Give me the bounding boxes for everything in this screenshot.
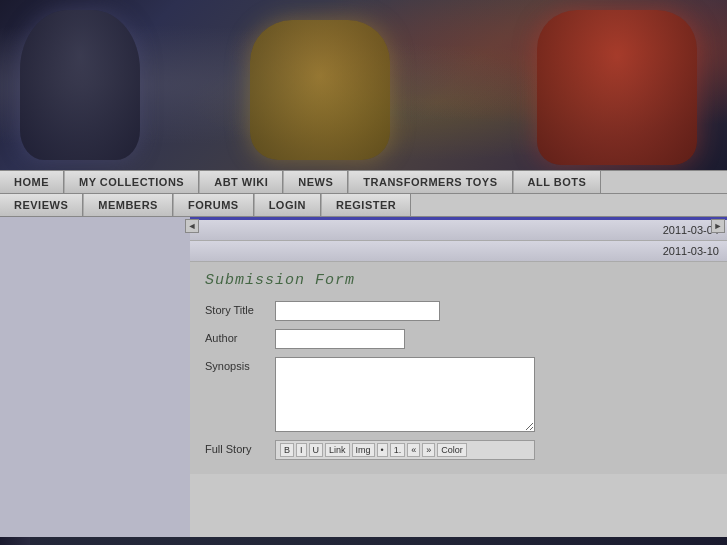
nav-members[interactable]: MEMBERS (83, 194, 173, 216)
toolbar-btn-ordered[interactable]: 1. (390, 443, 406, 457)
content-panel: 2011-03-04 2011-03-10 Submission Form St… (190, 217, 727, 537)
synopsis-label: Synopsis (205, 357, 275, 372)
toolbar-btn-left-quote[interactable]: « (407, 443, 420, 457)
date-row-1[interactable]: 2011-03-04 (190, 217, 727, 241)
story-title-label: Story Title (205, 301, 275, 316)
nav-news[interactable]: NEWS (283, 171, 348, 193)
nav-container: HOME MY COLLECTIONS ABT WIKI NEWS TRANSF… (0, 170, 727, 217)
toolbar-btn-color[interactable]: Color (437, 443, 467, 457)
toolbar-btn-italic[interactable]: I (296, 443, 307, 457)
nav-transformers-toys[interactable]: TRANSFORMERS TOYS (348, 171, 512, 193)
toolbar-btn-bold[interactable]: B (280, 443, 294, 457)
main-content: ◄ ► 2011-03-04 2011-03-10 Submission For… (0, 217, 727, 537)
full-story-label: Full Story (205, 440, 275, 455)
robot-center-decoration (250, 20, 390, 160)
toolbar-btn-right-quote[interactable]: » (422, 443, 435, 457)
nav-row-2: REVIEWS MEMBERS FORUMS LOGIN REGISTER (0, 194, 727, 217)
editor-toolbar-container: B I U Link Img • 1. « » Color (275, 440, 535, 460)
nav-reviews[interactable]: REVIEWS (0, 194, 83, 216)
nav-home[interactable]: HOME (0, 171, 64, 193)
scroll-left-button[interactable]: ◄ (185, 219, 199, 233)
toolbar-btn-img[interactable]: Img (352, 443, 375, 457)
author-input[interactable] (275, 329, 405, 349)
header-banner (0, 0, 727, 170)
robot-left-decoration (20, 10, 140, 160)
nav-row-1: HOME MY COLLECTIONS ABT WIKI NEWS TRANSF… (0, 171, 727, 194)
nav-register[interactable]: REGISTER (321, 194, 411, 216)
toolbar-btn-bullet[interactable]: • (377, 443, 388, 457)
synopsis-textarea[interactable] (275, 357, 535, 432)
nav-all-bots[interactable]: ALL BOTS (513, 171, 602, 193)
editor-toolbar: B I U Link Img • 1. « » Color (275, 440, 535, 460)
toolbar-btn-underline[interactable]: U (309, 443, 324, 457)
nav-abt-wiki[interactable]: ABT WIKI (199, 171, 283, 193)
date-row-2[interactable]: 2011-03-10 (190, 241, 727, 262)
form-title: Submission Form (205, 272, 712, 289)
story-title-row: Story Title (205, 301, 712, 321)
scroll-right-button[interactable]: ► (711, 219, 725, 233)
submission-form-area: Submission Form Story Title Author Synop… (190, 262, 727, 474)
synopsis-row: Synopsis (205, 357, 712, 432)
author-label: Author (205, 329, 275, 344)
nav-login[interactable]: LOGIN (254, 194, 321, 216)
toolbar-btn-link[interactable]: Link (325, 443, 350, 457)
author-row: Author (205, 329, 712, 349)
story-title-input[interactable] (275, 301, 440, 321)
robot-right-decoration (537, 10, 697, 165)
nav-my-collections[interactable]: MY COLLECTIONS (64, 171, 199, 193)
left-sidebar (0, 217, 190, 537)
nav-forums[interactable]: FORUMS (173, 194, 254, 216)
full-story-row: Full Story B I U Link Img • 1. « » Color (205, 440, 712, 460)
